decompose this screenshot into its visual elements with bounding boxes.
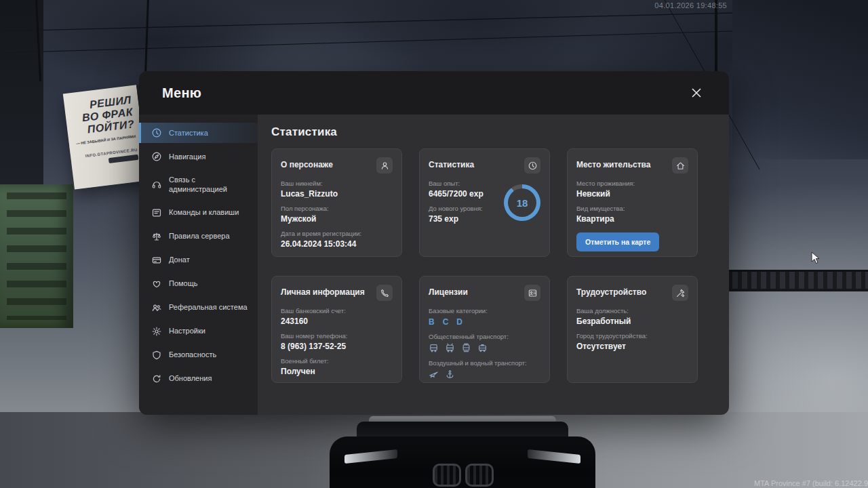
- license-category: B: [429, 317, 435, 327]
- sidebar-item-label: Статистика: [169, 128, 208, 138]
- sidebar-item-label: Реферальная система: [169, 302, 248, 312]
- field-label: Ваш номер телефона:: [281, 332, 393, 340]
- card-residence: Место жительства Место проживания: Невск…: [567, 148, 698, 257]
- sidebar-item-settings[interactable]: Настройки: [139, 321, 258, 342]
- field-label: Город трудоустройства:: [576, 332, 688, 340]
- field-label: Военный билет:: [281, 357, 393, 365]
- car-body: [330, 436, 595, 488]
- headset-icon: [151, 179, 162, 190]
- sidebar-item-navigation[interactable]: Навигация: [139, 146, 258, 167]
- content-area: Статистика О персонаже Ваш никнейм: Luca…: [258, 115, 729, 415]
- level-progress-ring: 18: [504, 184, 540, 221]
- server-watermark: MTA Province #7 (build: 6.12422.9: [754, 479, 868, 487]
- green-building: [0, 184, 73, 328]
- taxi-icon: [477, 343, 488, 353]
- sidebar-item-label: Команды и клавиши: [169, 207, 239, 217]
- level-value: 18: [508, 188, 536, 217]
- sidebar-item-help[interactable]: Помощь: [139, 274, 258, 294]
- mark-on-map-button[interactable]: Отметить на карте: [576, 232, 659, 251]
- sidebar-item-label: Донат: [169, 255, 190, 264]
- sidebar-item-admin-contact[interactable]: Связь с администрацией: [139, 170, 258, 199]
- field-label: Ваш банковский счет:: [281, 307, 393, 314]
- field-value: 6465/7200 exp: [429, 189, 484, 199]
- field-label: Ваша должность:: [576, 307, 688, 314]
- license-category: C: [443, 317, 449, 327]
- card-title: Статистика: [429, 157, 474, 169]
- field-label: Ваш никнейм:: [281, 180, 393, 187]
- field-value: 735 exp: [429, 214, 484, 224]
- wrench-icon: [672, 285, 688, 301]
- stats-fields: Ваш опыт: 6465/7200 exp До нового уровня…: [429, 174, 484, 224]
- field-value: Невский: [576, 189, 688, 199]
- field-label: Пол персонажа:: [281, 205, 393, 212]
- game-screen: РЕШИЛ ВО ФРАК ПОЙТИ? — НЕ ЗАБЫВАЙ И ЗА П…: [0, 0, 868, 488]
- card-title: О персонаже: [281, 157, 333, 169]
- hud-datetime: 04.01.2026 19:48:55: [654, 1, 727, 9]
- close-icon: [690, 87, 703, 99]
- field-value: Получен: [281, 367, 393, 376]
- billboard-subtext: — НЕ ЗАБЫВАЙ И ЗА ПАРНЯМИ: [76, 134, 136, 146]
- card-licenses: Лицензии Базовые категории: B C D Общест…: [419, 276, 550, 383]
- field-label: Воздушный и водный транспорт:: [429, 359, 540, 367]
- card-title: Место жительства: [576, 157, 650, 169]
- menu-panel: Меню Статистика Нави: [139, 71, 729, 415]
- license-category: D: [456, 317, 462, 327]
- field-value: 243160: [281, 317, 393, 326]
- sidebar-item-server-rules[interactable]: Правила сервера: [139, 226, 258, 247]
- sidebar-item-security[interactable]: Безопасность: [139, 345, 258, 365]
- license-categories: B C D: [429, 317, 540, 327]
- sidebar-item-referral[interactable]: Реферальная система: [139, 298, 258, 318]
- car-grille-right: [465, 464, 494, 487]
- clock-icon: [151, 127, 162, 138]
- field-label: Ваш опыт:: [429, 180, 484, 187]
- car-grille-left: [433, 464, 461, 487]
- sidebar: Статистика Навигация Связь с администрац…: [139, 115, 258, 415]
- card-title: Лицензии: [429, 285, 468, 297]
- card-stats: Статистика Ваш опыт: 6465/7200 exp До но…: [419, 148, 550, 257]
- billboard-logo: [108, 154, 139, 163]
- sidebar-item-label: Настройки: [169, 326, 205, 336]
- keyboard-icon: [151, 207, 162, 218]
- menu-title: Меню: [162, 85, 201, 101]
- phone-icon: [376, 285, 393, 301]
- menu-body: Статистика Навигация Связь с администрац…: [139, 115, 729, 415]
- field-value: Безработный: [576, 317, 688, 326]
- field-value: 8 (963) 137-52-25: [281, 342, 393, 351]
- sidebar-item-label: Безопасность: [169, 350, 216, 359]
- card-employment: Трудоустройство Ваша должность: Безработ…: [567, 276, 698, 383]
- sidebar-item-commands-keys[interactable]: Команды и клавиши: [139, 203, 258, 223]
- tram-icon: [461, 343, 471, 353]
- field-label: До нового уровня:: [429, 205, 484, 212]
- heart-icon: [151, 279, 162, 289]
- shield-icon: [151, 350, 162, 361]
- sidebar-item-updates[interactable]: Обновления: [139, 369, 258, 389]
- car-front: [330, 416, 595, 488]
- field-label: Место проживания:: [576, 180, 688, 187]
- sidebar-item-statistics[interactable]: Статистика: [139, 123, 258, 143]
- cards-grid: О персонаже Ваш никнейм: Lucas_Rizzuto П…: [271, 148, 698, 383]
- sidebar-item-label: Правила сервера: [169, 231, 230, 241]
- gear-icon: [151, 326, 162, 337]
- page-title: Статистика: [271, 125, 698, 139]
- field-value: Отсутствует: [576, 342, 688, 351]
- field-value: Lucas_Rizzuto: [281, 189, 393, 199]
- card-title: Личная информация: [281, 285, 365, 297]
- plane-icon: [429, 369, 439, 380]
- air-water-licenses: [429, 369, 540, 380]
- field-label: Общественный транспорт:: [429, 333, 540, 340]
- refresh-icon: [151, 373, 162, 384]
- card-about: О персонаже Ваш никнейм: Lucas_Rizzuto П…: [271, 148, 402, 257]
- close-button[interactable]: [687, 83, 706, 102]
- sidebar-item-donate[interactable]: Донат: [139, 250, 258, 270]
- sidebar-item-label: Помощь: [169, 279, 198, 288]
- sidebar-item-label: Навигация: [169, 152, 205, 161]
- public-transport-licenses: [429, 343, 540, 353]
- people-icon: [151, 302, 162, 313]
- license-card-icon: [524, 285, 540, 301]
- sidebar-item-label: Обновления: [169, 373, 212, 383]
- field-value: 26.04.2024 15:03:44: [281, 239, 393, 249]
- building-silhouette-right: [732, 0, 868, 159]
- bank-card-icon: [151, 255, 162, 266]
- field-value: Мужской: [281, 214, 393, 224]
- card-personal-info: Личная информация Ваш банковский счет: 2…: [271, 276, 402, 383]
